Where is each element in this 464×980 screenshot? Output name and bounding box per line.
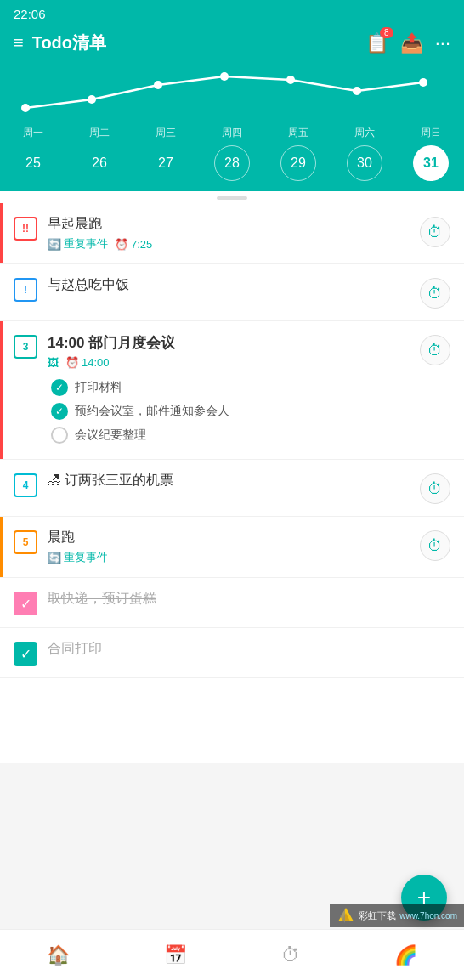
home-icon: 🏠 (47, 944, 70, 966)
weekday-1: 周一 (4, 126, 62, 140)
task-content-7: 合同打印 (48, 640, 450, 658)
svg-point-6 (419, 78, 427, 87)
nav-home[interactable]: 🏠 (33, 941, 83, 970)
task-checkbox-7[interactable]: ✓ (14, 642, 37, 666)
task-timer-2[interactable]: ⏱ (420, 278, 450, 309)
notification-icon[interactable]: 📋 8 (365, 32, 388, 54)
image-icon: 🖼 (48, 356, 59, 369)
alarm-icon-3: ⏰ (65, 356, 79, 369)
weekday-5: 周五 (269, 126, 327, 140)
task-content-3: 14:00 部门月度会议 🖼 ⏰ 14:00 ✓ 打印材料 ✓ 预约会议室，邮件… (48, 333, 413, 447)
task-meta-1: 🔄 重复事件 ⏰ 7:25 (48, 236, 413, 252)
week-header: 周一 周二 周三 周四 周五 周六 周日 (0, 122, 464, 142)
more-icon[interactable]: ··· (435, 32, 450, 54)
repeat-icon-5: 🔄 (48, 552, 61, 564)
svg-point-3 (220, 72, 229, 81)
task-priority-2: ! (14, 278, 37, 302)
task-item: !! 早起晨跑 🔄 重复事件 ⏰ 7:25 ⏱ (0, 203, 464, 264)
svg-point-5 (353, 87, 361, 95)
task-item: ✓ 取快递，预订蛋糕 (0, 578, 464, 628)
date-28[interactable]: 28 (214, 145, 250, 181)
task-content-1: 早起晨跑 🔄 重复事件 ⏰ 7:25 (48, 215, 413, 252)
task-title-3[interactable]: 14:00 部门月度会议 (48, 333, 413, 353)
task-repeat-5: 🔄 重复事件 (48, 550, 108, 565)
weekday-7: 周日 (402, 126, 460, 140)
task-title-4[interactable]: 🏖 订两张三亚的机票 (48, 472, 413, 490)
rainbow-icon: 🌈 (394, 944, 417, 966)
task-image-icon-3: 🖼 (48, 356, 59, 369)
header-right: 📋 8 📤 ··· (365, 32, 450, 54)
task-priority-3: 3 (14, 335, 37, 359)
alarm-icon-1: ⏰ (115, 238, 128, 251)
status-time: 22:06 (14, 7, 46, 21)
task-time-1: ⏰ 7:25 (115, 238, 152, 251)
task-list: !! 早起晨跑 🔄 重复事件 ⏰ 7:25 ⏱ ! 与赵总吃中饭 ⏱ 3 (0, 203, 464, 763)
task-title-1[interactable]: 早起晨跑 (48, 215, 413, 233)
task-meta-5: 🔄 重复事件 (48, 550, 413, 565)
svg-point-1 (88, 95, 96, 104)
date-26[interactable]: 26 (82, 145, 117, 181)
header-left: ≡ Todo清单 (14, 31, 106, 54)
task-timer-1[interactable]: ⏱ (420, 217, 450, 247)
subtask-item[interactable]: 会议纪要整理 (51, 423, 413, 447)
nav-rainbow[interactable]: 🌈 (381, 941, 431, 970)
subtask-item[interactable]: ✓ 打印材料 (51, 376, 413, 399)
weekday-2: 周二 (71, 126, 128, 140)
date-row: 25 26 27 28 29 30 31 (0, 142, 464, 191)
date-25[interactable]: 25 (15, 145, 51, 181)
subtask-list-3: ✓ 打印材料 ✓ 预约会议室，邮件通知参会人 会议纪要整理 (48, 376, 413, 447)
subtask-item[interactable]: ✓ 预约会议室，邮件通知参会人 (51, 399, 413, 423)
task-timer-3[interactable]: ⏱ (420, 335, 450, 365)
bottom-nav: 🏠 📅 ⏱ 🌈 (0, 929, 464, 980)
weekly-chart (0, 54, 464, 122)
subtask-check-3[interactable] (51, 427, 68, 444)
drag-handle[interactable] (0, 191, 464, 203)
task-item: 4 🏖 订两张三亚的机票 ⏱ (0, 460, 464, 517)
date-31[interactable]: 31 (413, 145, 449, 181)
svg-point-2 (154, 81, 162, 89)
task-time-3: ⏰ 14:00 (65, 356, 110, 369)
nav-timer[interactable]: ⏱ (268, 941, 314, 970)
task-item: 5 晨跑 🔄 重复事件 ⏱ (0, 517, 464, 578)
task-content-2: 与赵总吃中饭 (48, 276, 413, 294)
task-title-5[interactable]: 晨跑 (48, 529, 413, 547)
task-timer-4[interactable]: ⏱ (420, 473, 450, 504)
subtask-check-2[interactable]: ✓ (51, 403, 68, 420)
date-29[interactable]: 29 (280, 145, 316, 181)
calendar-icon: 📅 (164, 944, 187, 966)
status-bar: 22:06 (0, 0, 464, 25)
task-content-6: 取快递，预订蛋糕 (48, 590, 450, 608)
task-priority-5: 5 (14, 530, 37, 554)
task-timer-5[interactable]: ⏱ (420, 530, 450, 561)
task-priority-4: 4 (14, 473, 37, 497)
app-title: Todo清单 (32, 31, 106, 54)
task-priority-1: !! (14, 217, 37, 241)
date-27[interactable]: 27 (148, 145, 184, 181)
repeat-icon: 🔄 (48, 238, 61, 251)
share-icon[interactable]: 📤 (400, 32, 423, 54)
task-repeat-1: 🔄 重复事件 (48, 236, 108, 252)
svg-point-0 (21, 104, 30, 112)
subtask-check-1[interactable]: ✓ (51, 379, 68, 396)
weekday-4: 周四 (203, 126, 261, 140)
app-header: ≡ Todo清单 📋 8 📤 ··· (0, 25, 464, 54)
task-title-7: 合同打印 (48, 640, 450, 658)
svg-point-4 (286, 76, 295, 84)
task-item: 3 14:00 部门月度会议 🖼 ⏰ 14:00 ✓ 打印材料 ✓ (0, 321, 464, 460)
timer-icon: ⏱ (281, 944, 300, 966)
subtask-label-2: 预约会议室，邮件通知参会人 (75, 404, 229, 419)
nav-calendar[interactable]: 📅 (150, 941, 201, 970)
task-title-2[interactable]: 与赵总吃中饭 (48, 276, 413, 294)
subtask-label-1: 打印材料 (75, 380, 122, 395)
subtask-label-3: 会议纪要整理 (75, 428, 146, 443)
task-content-4: 🏖 订两张三亚的机票 (48, 472, 413, 490)
weekday-3: 周三 (137, 126, 195, 140)
task-title-6: 取快递，预订蛋糕 (48, 590, 450, 608)
task-item: ! 与赵总吃中饭 ⏱ (0, 264, 464, 321)
task-checkbox-6[interactable]: ✓ (14, 592, 37, 615)
task-item: ✓ 合同打印 (0, 628, 464, 678)
drag-bar (217, 196, 247, 200)
menu-icon[interactable]: ≡ (14, 33, 24, 53)
date-30[interactable]: 30 (347, 145, 382, 181)
task-content-5: 晨跑 🔄 重复事件 (48, 529, 413, 565)
